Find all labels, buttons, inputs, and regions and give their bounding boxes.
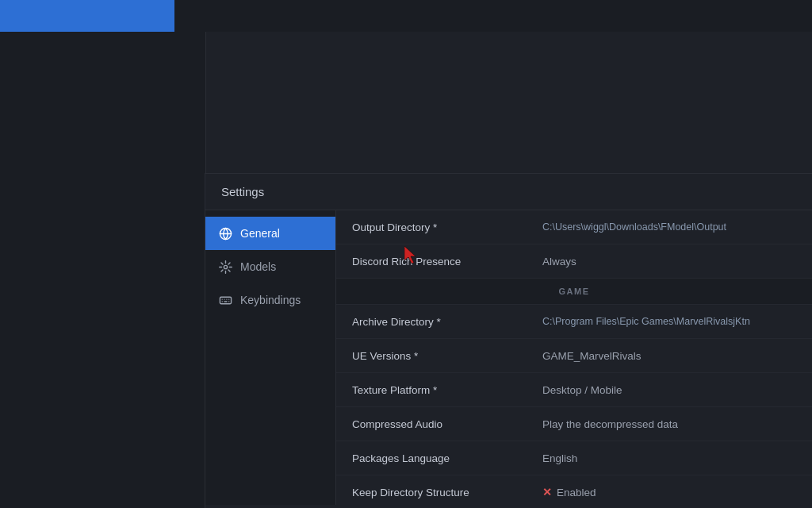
value-archive-directory: C:\Program Files\Epic Games\MarvelRivals… (542, 316, 750, 327)
nav-keybindings-label: Keybindings (240, 294, 301, 306)
top-bar-blue-accent (0, 0, 174, 32)
label-archive-directory: Archive Directory * (352, 316, 542, 328)
nav-models-label: Models (240, 260, 276, 273)
label-keep-directory-structure: Keep Directory Structure (352, 487, 542, 498)
row-output-directory[interactable]: Output Directory * C:\Users\wiggl\Downlo… (336, 210, 812, 244)
row-keep-directory-structure[interactable]: Keep Directory Structure ✕ Enabled (336, 475, 812, 505)
svg-point-2 (224, 265, 227, 268)
value-output-directory: C:\Users\wiggl\Downloads\FModel\Output (542, 221, 726, 233)
nav-general-label: General (240, 227, 280, 240)
value-packages-language: English (542, 452, 577, 464)
settings-content: General Models (205, 210, 812, 505)
label-output-directory: Output Directory * (352, 221, 542, 233)
models-icon (218, 260, 232, 274)
top-bar (0, 0, 812, 32)
enabled-x-icon: ✕ (542, 486, 552, 498)
nav-item-models[interactable]: Models (205, 250, 335, 283)
value-compressed-audio: Play the decompressed data (542, 418, 678, 430)
settings-rows-container: Output Directory * C:\Users\wiggl\Downlo… (336, 210, 812, 505)
label-compressed-audio: Compressed Audio (352, 418, 542, 430)
settings-nav: General Models (205, 210, 336, 505)
section-header-game: GAME (336, 279, 812, 305)
row-archive-directory[interactable]: Archive Directory * C:\Program Files\Epi… (336, 305, 812, 339)
label-texture-platform: Texture Platform * (352, 384, 542, 396)
left-panel (0, 32, 206, 508)
settings-panel: Settings General (205, 173, 812, 508)
label-ue-versions: UE Versions * (352, 350, 542, 362)
value-texture-platform: Desktop / Mobile (542, 384, 622, 396)
value-discord-rp: Always (542, 256, 576, 267)
row-discord-rp[interactable]: Discord Rich Presence Always (336, 244, 812, 279)
enabled-text: Enabled (557, 487, 596, 498)
nav-item-general[interactable]: General (205, 217, 335, 250)
settings-title-text: Settings (221, 185, 264, 198)
keyboard-icon (218, 293, 232, 307)
globe-icon (218, 226, 232, 241)
label-discord-rp: Discord Rich Presence (352, 256, 542, 267)
row-texture-platform[interactable]: Texture Platform * Desktop / Mobile (336, 373, 812, 407)
section-label-game: GAME (559, 287, 590, 296)
label-packages-language: Packages Language (352, 452, 542, 464)
row-ue-versions[interactable]: UE Versions * GAME_MarvelRivals (336, 339, 812, 373)
settings-title: Settings (205, 174, 812, 210)
value-ue-versions: GAME_MarvelRivals (542, 350, 642, 362)
row-compressed-audio[interactable]: Compressed Audio Play the decompressed d… (336, 407, 812, 441)
row-packages-language[interactable]: Packages Language English (336, 441, 812, 475)
value-keep-directory-structure: ✕ Enabled (542, 486, 596, 498)
enabled-badge: ✕ Enabled (542, 486, 596, 498)
nav-item-keybindings[interactable]: Keybindings (205, 283, 335, 317)
svg-rect-3 (220, 297, 231, 304)
